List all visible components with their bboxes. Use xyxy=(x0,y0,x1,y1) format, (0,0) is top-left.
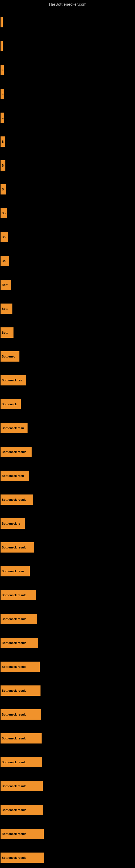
bar-row: Bottleneck re xyxy=(0,512,135,535)
bottleneck-bar: Bottleneck result xyxy=(1,590,36,600)
site-title: TheBottlenecker.com xyxy=(0,0,135,8)
bottleneck-bar xyxy=(1,17,3,27)
bottleneck-bar: Bottleneck result xyxy=(1,495,33,505)
bottleneck-bar: Bo xyxy=(1,232,8,242)
bottleneck-bar: Bottl xyxy=(1,328,13,338)
bottleneck-bar: Bottleneck result xyxy=(1,757,42,767)
bottleneck-bar: Bottleneck resu xyxy=(1,423,28,433)
bar-row: Bottleneck result xyxy=(0,750,135,774)
bottleneck-bar: Bottleneck result xyxy=(1,829,44,839)
bottleneck-bar: Bottleneck result xyxy=(1,542,34,553)
bottleneck-bar: Bottleneck re xyxy=(1,518,25,529)
bottleneck-bar: Bottleneck res xyxy=(1,375,26,385)
bottleneck-bar: E xyxy=(1,65,4,75)
bar-row: Bottleneck result xyxy=(0,726,135,750)
bottleneck-bar: Bottleneck result xyxy=(1,805,43,815)
bar-row: Bottleneck result xyxy=(0,440,135,464)
bar-row xyxy=(0,10,135,34)
bar-row: E xyxy=(0,58,135,82)
bottleneck-bar: Bottleneck result xyxy=(1,614,37,624)
bar-row: Bottleneck result xyxy=(0,679,135,703)
bottleneck-bar: Bo xyxy=(1,208,7,218)
bar-row: Bott xyxy=(0,297,135,321)
bottleneck-bar: B xyxy=(1,184,6,194)
bar-row: B xyxy=(0,177,135,201)
bottleneck-bar: Bottleneck resu xyxy=(1,471,29,481)
bar-row: Bottleneck result xyxy=(0,846,135,868)
bar-row: Bottleneck result xyxy=(0,535,135,559)
bar-row: Bottleneck result xyxy=(0,774,135,798)
bar-row: Bottleneck result xyxy=(0,583,135,607)
bottleneck-bar: Bottleneck resu xyxy=(1,566,30,577)
bottleneck-bar: Bott xyxy=(1,304,12,314)
bar-row: Bo xyxy=(0,225,135,249)
bar-row: B xyxy=(0,154,135,177)
bar-row: Bottleneck resu xyxy=(0,416,135,440)
bar-row xyxy=(0,34,135,58)
bottleneck-bar: Bottleneck xyxy=(1,399,21,409)
bottleneck-bar xyxy=(1,41,3,51)
bottleneck-bar: Bottleneck result xyxy=(1,447,32,457)
bottleneck-bar: Bottleneck result xyxy=(1,733,42,744)
bar-row: Bottleneck result xyxy=(0,703,135,726)
bottleneck-bar: Bottleneck result xyxy=(1,709,41,720)
bar-row: Bottleneck resu xyxy=(0,559,135,583)
bar-row: Bottl xyxy=(0,321,135,344)
bar-row: Bottleneck res xyxy=(0,368,135,392)
bar-row: Bottleneck result xyxy=(0,655,135,679)
bar-row: Bottleneck result xyxy=(0,798,135,822)
bottleneck-bar: E xyxy=(1,89,4,99)
bottleneck-bar: B xyxy=(1,136,5,147)
bottleneck-bar: Bottleneck result xyxy=(1,852,44,863)
bottleneck-bar: Bottleneck result xyxy=(1,781,43,791)
bottleneck-bar: Bottlenec xyxy=(1,351,19,362)
bar-row: Bottleneck result xyxy=(0,822,135,846)
bottleneck-bar: Bott xyxy=(1,280,11,290)
bar-row: Bott xyxy=(0,273,135,297)
bottleneck-bar: B xyxy=(1,160,5,170)
bottleneck-bar: Bottleneck result xyxy=(1,638,38,648)
bar-row: Bottlenec xyxy=(0,344,135,368)
bottleneck-bar: E xyxy=(1,113,4,123)
bar-row: Bottleneck result xyxy=(0,607,135,631)
bottleneck-bar: Bottleneck result xyxy=(1,661,40,672)
bar-row: Bo xyxy=(0,201,135,225)
bar-row: Bottleneck xyxy=(0,392,135,416)
bar-row: Bottleneck result xyxy=(0,488,135,512)
bar-row: E xyxy=(0,106,135,130)
bar-row: B xyxy=(0,130,135,154)
bottleneck-bar: Bottleneck result xyxy=(1,685,41,696)
bar-row: E xyxy=(0,82,135,106)
bar-row: Bottleneck result xyxy=(0,631,135,655)
bottleneck-bar: Bo xyxy=(1,256,9,266)
bar-row: Bottleneck resu xyxy=(0,464,135,488)
bars-container: EEEBBBBoBoBoBottBottBottlBottlenecBottle… xyxy=(0,8,135,868)
bar-row: Bo xyxy=(0,249,135,273)
